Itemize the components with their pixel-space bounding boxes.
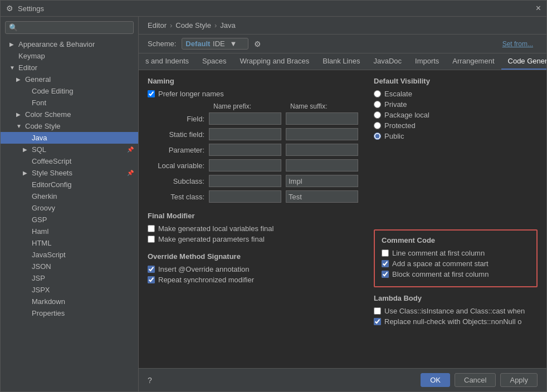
prefer-longer-row: Prefer longer names <box>148 90 363 98</box>
search-box[interactable]: 🔍 <box>5 21 134 34</box>
arrow-icon: ▶ <box>9 41 16 47</box>
final-modifier-checkbox-0[interactable] <box>148 225 155 232</box>
sidebar-item-font[interactable]: Font <box>1 97 138 109</box>
final-modifier-item-0: Make generated local variables final <box>148 224 363 233</box>
lambda-body-checkbox-0[interactable] <box>374 307 381 315</box>
sidebar-item-javascript[interactable]: JavaScript <box>1 249 138 261</box>
naming-col-headers: Name prefix: Name suffix: <box>213 102 363 110</box>
sidebar-item-code-editing[interactable]: Code Editing <box>1 85 138 97</box>
sidebar-item-html[interactable]: HTML <box>1 237 138 249</box>
sidebar-item-appearance-behavior[interactable]: ▶Appearance & Behavior <box>1 38 138 50</box>
naming-prefix-input[interactable] <box>209 175 281 187</box>
lambda-body-item-1: Replace null-check with Objects::nonNull… <box>374 317 538 326</box>
app-icon: ⚙ <box>6 4 13 13</box>
sidebar-item-gsp[interactable]: GSP <box>1 214 138 226</box>
final-modifier-checkbox-1[interactable] <box>148 236 155 243</box>
sidebar-item-general[interactable]: ▶General <box>1 74 138 85</box>
naming-row-label: Test class: <box>148 193 209 201</box>
prefer-longer-checkbox[interactable] <box>148 90 155 97</box>
naming-row-5: Test class: <box>148 190 363 203</box>
visibility-option-4: Public <box>374 132 538 140</box>
naming-suffix-input[interactable] <box>286 190 358 203</box>
sidebar-item-coffeescript[interactable]: CoffeeScript <box>1 155 138 167</box>
tab-arrangement[interactable]: Arrangement <box>446 53 501 70</box>
naming-prefix-input[interactable] <box>209 112 281 125</box>
visibility-radio-2[interactable] <box>374 111 381 119</box>
sidebar-item-code-style[interactable]: ▼Code Style <box>1 120 138 132</box>
lambda-body-section: Lambda Body Use Class::isInstance and Cl… <box>374 294 538 326</box>
search-input[interactable] <box>20 24 130 32</box>
sidebar-item-editor[interactable]: ▼Editor <box>1 62 138 74</box>
main-two-col: Naming Prefer longer names Name prefix: … <box>148 77 538 328</box>
gear-icon[interactable]: ⚙ <box>254 40 261 48</box>
sidebar-item-jsp[interactable]: JSP <box>1 272 138 284</box>
breadcrumb-arrow-2: › <box>214 21 217 30</box>
sidebar-item-color-scheme[interactable]: ▶Color Scheme <box>1 109 138 120</box>
scheme-value-bold: Default <box>185 40 210 48</box>
sidebar-item-jspx[interactable]: JSPX <box>1 284 138 296</box>
naming-row-4: Subclass: <box>148 175 363 187</box>
default-visibility-section: Default Visibility Escalate Private Pack… <box>374 77 538 140</box>
comment-code-checkbox-1[interactable] <box>382 260 389 267</box>
sidebar-item-label: EditorConfig <box>32 180 72 189</box>
sidebar-item-label: HTML <box>32 239 51 247</box>
sidebar-item-markdown[interactable]: Markdown <box>1 296 138 307</box>
naming-suffix-input[interactable] <box>286 144 358 156</box>
set-from-link[interactable]: Set from... <box>502 40 538 48</box>
scheme-dropdown[interactable]: Default IDE ▼ <box>182 38 248 50</box>
cancel-button[interactable]: Cancel <box>455 373 496 387</box>
tab-blank-lines[interactable]: Blank Lines <box>316 53 367 70</box>
sidebar-item-label: JSON <box>32 262 51 271</box>
tab-spaces[interactable]: Spaces <box>196 53 233 70</box>
sidebar-item-editorconfig[interactable]: EditorConfig <box>1 179 138 190</box>
naming-suffix-input[interactable] <box>286 128 358 140</box>
visibility-option-2: Package local <box>374 111 538 119</box>
visibility-radio-3[interactable] <box>374 122 381 129</box>
tab-wrapping-and-braces[interactable]: Wrapping and Braces <box>233 53 316 70</box>
comment-code-item-0: Line comment at first column <box>382 249 530 257</box>
naming-prefix-input[interactable] <box>209 128 281 140</box>
sidebar-item-label: Code Style <box>25 122 61 130</box>
sidebar-item-sql[interactable]: ▶SQL📌 <box>1 144 138 155</box>
close-button[interactable]: × <box>536 4 541 13</box>
naming-suffix-input[interactable] <box>286 112 358 125</box>
tab-code-generation[interactable]: Code Generation <box>501 53 546 70</box>
sidebar-item-properties[interactable]: Properties <box>1 307 138 319</box>
visibility-radio-4[interactable] <box>374 133 381 140</box>
ok-button[interactable]: OK <box>421 373 450 387</box>
sidebar-item-label: Color Scheme <box>25 110 71 119</box>
tab-javadoc[interactable]: JavaDoc <box>367 53 408 70</box>
name-suffix-header: Name suffix: <box>290 102 363 110</box>
help-icon[interactable]: ? <box>148 376 152 385</box>
sidebar-item-json[interactable]: JSON <box>1 261 138 272</box>
comment-code-checkbox-2[interactable] <box>382 271 389 278</box>
override-method-section: Override Method Signature Insert @Overri… <box>148 252 363 284</box>
naming-prefix-input[interactable] <box>209 190 281 203</box>
override-method-item-1: Repeat synchronized modifier <box>148 276 363 284</box>
tab-tabs-and-indents[interactable]: s and Indents <box>139 53 196 70</box>
sidebar-item-keymap[interactable]: Keymap <box>1 50 138 62</box>
lambda-body-item-0: Use Class::isInstance and Class::cast wh… <box>374 307 538 315</box>
naming-suffix-input[interactable] <box>286 159 358 171</box>
override-method-checkbox-1[interactable] <box>148 276 155 283</box>
tab-imports[interactable]: Imports <box>408 53 446 70</box>
sidebar-item-java[interactable]: Java <box>1 132 138 144</box>
sidebar-item-gherkin[interactable]: Gherkin <box>1 190 138 202</box>
apply-button[interactable]: Apply <box>500 373 538 387</box>
breadcrumb-editor: Editor <box>148 21 167 30</box>
naming-prefix-input[interactable] <box>209 144 281 156</box>
visibility-radio-0[interactable] <box>374 90 381 97</box>
naming-suffix-input[interactable] <box>286 175 358 187</box>
bottom-bar: ? OK Cancel Apply <box>139 368 546 391</box>
override-method-item-0: Insert @Override annotation <box>148 265 363 273</box>
sidebar-item-label: Style Sheets <box>32 169 72 177</box>
naming-prefix-input[interactable] <box>209 159 281 171</box>
sidebar-item-groovy[interactable]: Groovy <box>1 202 138 214</box>
name-prefix-header: Name prefix: <box>213 102 286 110</box>
comment-code-checkbox-0[interactable] <box>382 249 389 257</box>
override-method-checkbox-0[interactable] <box>148 266 155 273</box>
sidebar-item-style-sheets[interactable]: ▶Style Sheets📌 <box>1 167 138 179</box>
sidebar-item-haml[interactable]: Haml <box>1 226 138 237</box>
visibility-radio-1[interactable] <box>374 101 381 108</box>
lambda-body-checkbox-1[interactable] <box>374 318 381 325</box>
